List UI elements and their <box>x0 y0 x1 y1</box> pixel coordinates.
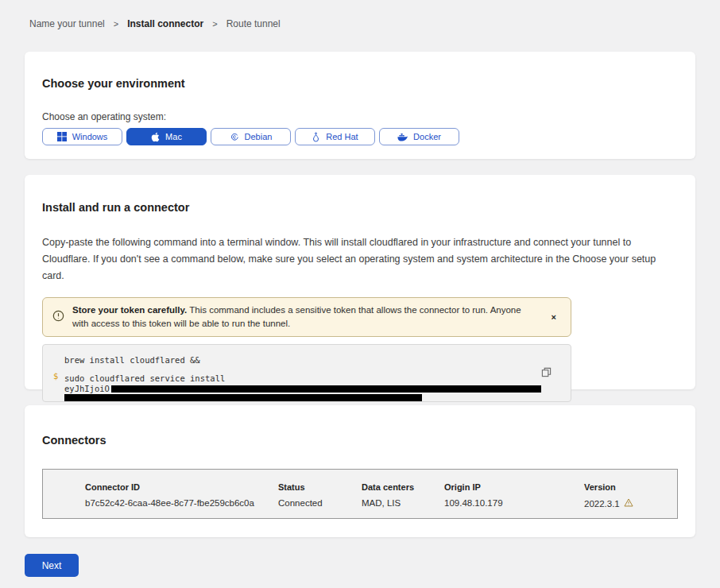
col-header-connector-id: Connector ID <box>85 482 140 492</box>
connectors-card: Connectors Connector ID Status Data cent… <box>25 405 695 537</box>
debian-logo-icon <box>230 132 239 141</box>
connectors-table: Connector ID Status Data centers Origin … <box>42 469 678 519</box>
breadcrumb-separator: > <box>114 19 118 29</box>
close-icon[interactable]: × <box>548 311 559 323</box>
breadcrumb: Name your tunnel > Install connector > R… <box>29 18 281 29</box>
cell-status: Connected <box>278 498 323 508</box>
token-warning-callout: Store your token carefully. This command… <box>42 297 571 337</box>
token-prefix: eyJhIjoiO <box>64 384 110 393</box>
col-header-version: Version <box>584 482 616 492</box>
card-title: Install and run a connector <box>42 175 695 214</box>
connector-description: Copy-paste the following command into a … <box>42 234 678 284</box>
windows-logo-icon <box>57 132 67 141</box>
card-title: Connectors <box>42 405 695 447</box>
redhat-logo-icon <box>312 132 320 142</box>
breadcrumb-route-tunnel[interactable]: Route tunnel <box>226 18 281 29</box>
cell-connector-id: b7c52c42-6caa-48ee-8c77-fbe259cb6c0a <box>85 498 254 508</box>
os-button-label: Mac <box>165 132 182 141</box>
card-title: Choose your environment <box>42 52 695 90</box>
breadcrumb-separator: > <box>212 19 217 29</box>
col-header-data-centers: Data centers <box>362 482 414 492</box>
breadcrumb-install-connector[interactable]: Install connector <box>127 18 203 29</box>
code-line-3: eyJhIjoiO <box>64 384 571 393</box>
cell-version: 2022.3.1 <box>584 498 633 509</box>
warning-circle-icon <box>52 310 64 325</box>
breadcrumb-name-your-tunnel[interactable]: Name your tunnel <box>29 18 105 29</box>
next-button[interactable]: Next <box>25 554 79 577</box>
os-button-group: Windows Mac Debian <box>42 128 695 145</box>
col-header-status: Status <box>278 482 305 492</box>
os-button-label: Red Hat <box>326 132 358 141</box>
os-button-docker[interactable]: Docker <box>379 128 459 145</box>
os-button-label: Debian <box>245 132 273 141</box>
os-button-label: Docker <box>413 132 441 141</box>
code-line-2: sudo cloudflared service install <box>64 373 571 383</box>
install-connector-card: Install and run a connector Copy-paste t… <box>25 175 695 389</box>
shell-prompt: $ <box>53 371 58 381</box>
choose-environment-card: Choose your environment Choose an operat… <box>25 52 695 159</box>
os-button-windows[interactable]: Windows <box>42 128 122 145</box>
cell-origin-ip: 109.48.10.179 <box>444 498 503 508</box>
tunnel-setup-page: Name your tunnel > Install connector > R… <box>0 0 720 588</box>
apple-logo-icon <box>151 132 160 142</box>
col-header-origin-ip: Origin IP <box>444 482 481 492</box>
version-warning-triangle-icon <box>624 498 633 509</box>
os-select-label: Choose an operating system: <box>42 111 695 122</box>
copy-icon[interactable] <box>541 367 552 380</box>
os-button-debian[interactable]: Debian <box>211 128 291 145</box>
os-button-redhat[interactable]: Red Hat <box>295 128 375 145</box>
docker-logo-icon <box>397 133 408 141</box>
redacted-token-bar <box>111 385 541 393</box>
os-button-label: Windows <box>72 132 108 141</box>
redacted-token-bar <box>64 394 422 401</box>
code-line-1: brew install cloudflared && <box>64 355 571 365</box>
token-warning-text: Store your token carefully. This command… <box>72 304 527 331</box>
cell-data-centers: MAD, LIS <box>362 498 401 508</box>
install-command-codeblock: brew install cloudflared && $ sudo cloud… <box>42 344 571 402</box>
os-button-mac[interactable]: Mac <box>126 128 207 145</box>
